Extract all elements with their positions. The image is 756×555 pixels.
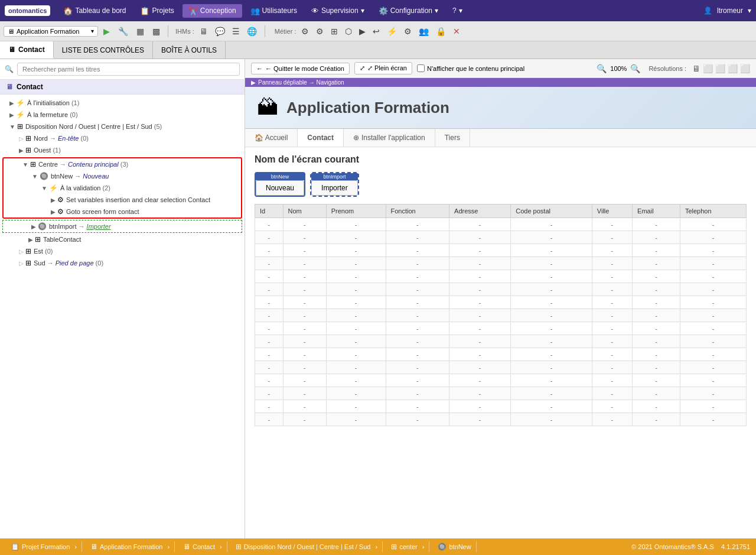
metier-icon6[interactable]: ↩ — [370, 25, 383, 38]
nav-configuration-label: Configuration — [390, 7, 432, 15]
wrench-button[interactable]: 🔧 — [115, 25, 131, 38]
tab-boite-label: BOÎTE À OUTILS — [161, 46, 217, 54]
search-input[interactable] — [17, 63, 240, 76]
tree-item-btnnew[interactable]: ▼ 🔘 btnNew → Nouveau — [4, 170, 241, 182]
tree-arrow-est[interactable]: ▷ — [19, 248, 24, 255]
table-cell: - — [680, 335, 746, 348]
content-only-checkbox-label[interactable]: N'afficher que le contenu principal — [417, 64, 524, 72]
screen-icon-btn[interactable]: 🖥 — [197, 25, 211, 38]
tree-item-init[interactable]: ▶ ⚡ À l'initialisation (1) — [0, 97, 245, 109]
metier-icon5[interactable]: ▶ — [356, 25, 369, 38]
table-cell: - — [326, 322, 386, 335]
fullscreen-button[interactable]: ⤢ ⤢ Plein écran — [354, 62, 412, 74]
tree-item-est[interactable]: ▷ ⊞ Est (0) — [0, 245, 245, 257]
tree-item-btnimport[interactable]: ▶ 🔘 btnImport → Importer — [2, 220, 242, 233]
content-only-checkbox[interactable] — [417, 64, 425, 72]
tree-item-centre[interactable]: ▼ ⊞ Centre → Contenu principal (3) — [4, 158, 241, 170]
table-cell: - — [680, 361, 746, 374]
table-cell: - — [386, 348, 449, 361]
nav-supervision[interactable]: 👁 Supervision ▾ — [305, 4, 370, 18]
metier-icon8[interactable]: ⚙ — [401, 25, 415, 38]
table-cell: - — [592, 322, 632, 335]
layout-icon-est: ⊞ — [25, 247, 31, 255]
menu-icon-btn[interactable]: ☰ — [229, 25, 243, 38]
table-cell: - — [511, 348, 592, 361]
table-cell: - — [680, 218, 746, 231]
metier-icon9[interactable]: 👥 — [416, 25, 432, 38]
toolbar-divider-2 — [265, 25, 265, 37]
nav-configuration[interactable]: ⚙️ Configuration ▾ — [373, 4, 444, 18]
tree-arrow-sud[interactable]: ▷ — [19, 260, 24, 267]
quit-creation-button[interactable]: ← ← Quitter le mode Création — [251, 63, 350, 74]
nav-contact-item[interactable]: Contact — [298, 129, 344, 147]
nav-installer-label: Installer l'application — [361, 134, 425, 142]
tree-arrow-nord[interactable]: ▷ — [19, 135, 24, 142]
nav-accueil[interactable]: 🏠 Accueil — [245, 129, 298, 147]
nav-tiers[interactable]: Tiers — [435, 129, 470, 147]
tree-arrow-gotoscreen[interactable]: ▶ — [51, 209, 56, 215]
tree-arrow-setvars[interactable]: ▶ — [51, 197, 56, 203]
chat-icon-btn[interactable]: 💬 — [212, 25, 228, 38]
search-row: 🔍 — [0, 59, 245, 80]
tree-arrow-centre[interactable]: ▼ — [22, 161, 28, 168]
tree-arrow-validation[interactable]: ▼ — [41, 185, 47, 192]
res-tablet-portrait-icon[interactable]: ⬜ — [715, 64, 725, 73]
res-desktop-icon[interactable]: 🖥 — [692, 64, 700, 73]
nav-tableau-de-bord[interactable]: 🏠 Tableau de bord — [57, 4, 132, 18]
metier-icon10[interactable]: 🔒 — [433, 25, 449, 38]
tree-arrow-init[interactable]: ▶ — [9, 100, 14, 106]
tree-arrow-btnimport[interactable]: ▶ — [31, 223, 36, 230]
close-button[interactable]: ✕ — [450, 25, 463, 38]
grid2-button[interactable]: ▩ — [149, 25, 163, 38]
play-button[interactable]: ▶ — [100, 25, 113, 38]
nav-conception[interactable]: ✂️ Conception — [183, 4, 242, 18]
grid1-button[interactable]: ▦ — [133, 25, 147, 38]
table-cell: - — [680, 270, 746, 283]
metier-icon4[interactable]: ⬡ — [342, 25, 355, 38]
tree-arrow-btnnew[interactable]: ▼ — [32, 173, 38, 180]
metier-icon2[interactable]: ⚙ — [313, 25, 327, 38]
tree-item-ouest[interactable]: ▶ ⊞ Ouest (1) — [0, 144, 245, 156]
res-phone-landscape-icon[interactable]: ⬜ — [728, 64, 738, 73]
res-tablet-landscape-icon[interactable]: ⬜ — [703, 64, 713, 73]
metier-icon3[interactable]: ⊞ — [328, 25, 341, 38]
app-selector[interactable]: 🖥 Application Formation ▾ — [4, 26, 98, 37]
tab-liste-controles[interactable]: LISTE DES CONTRÔLES — [54, 41, 153, 59]
tab-contact[interactable]: 🖥 Contact — [0, 41, 54, 59]
metier-icon1[interactable]: ⚙ — [298, 25, 312, 38]
tab-boite-outils[interactable]: BOÎTE À OUTILS — [153, 41, 226, 59]
nav-installer[interactable]: ⊕ Installer l'application — [344, 129, 435, 147]
tree-item-tablecontact[interactable]: ▶ ⊞ TableContact — [0, 233, 245, 245]
table-row: --------- — [255, 270, 747, 283]
metier-icon7[interactable]: ⚡ — [384, 25, 400, 38]
nav-help[interactable]: ? ▾ — [447, 4, 468, 17]
tree-item-sud[interactable]: ▷ ⊞ Sud → Pied de page (0) — [0, 257, 245, 269]
col-codepostal: Code postal — [511, 205, 592, 218]
btn-import-button[interactable]: Importer — [311, 180, 358, 196]
tree-item-disposition[interactable]: ▼ ⊞ Disposition Nord / Ouest | Centre | … — [0, 121, 245, 132]
tree-arrow-ouest[interactable]: ▶ — [19, 147, 24, 154]
zoom-out-button[interactable]: 🔍 — [597, 64, 607, 73]
nav-utilisateurs[interactable]: 👥 Utilisateurs — [245, 4, 303, 18]
nav-projets[interactable]: 📋 Projets — [134, 4, 180, 18]
table-cell: - — [326, 231, 386, 244]
tree-arrow-disposition[interactable]: ▼ — [9, 124, 15, 130]
fullscreen-label: ⤢ Plein écran — [367, 64, 407, 72]
tree-arrow-tablecontact[interactable]: ▶ — [28, 236, 33, 243]
tree-arrow-close[interactable]: ▶ — [9, 112, 14, 118]
btn-new-button[interactable]: Nouveau — [256, 180, 304, 196]
tab-contact-icon: 🖥 — [8, 46, 15, 54]
tree-item-nord[interactable]: ▷ ⊞ Nord → En-tête (0) — [0, 132, 245, 144]
tree-item-gotoscreen[interactable]: ▶ ⚙ Goto screen form contact — [4, 206, 241, 218]
table-cell: - — [449, 231, 511, 244]
config-dropdown-icon: ▾ — [435, 7, 438, 15]
logo[interactable]: ontomantics — [5, 5, 50, 16]
res-phone-portrait-icon[interactable]: ⬜ — [740, 64, 750, 73]
zoom-in-button[interactable]: 🔍 — [630, 64, 640, 73]
globe-icon-btn[interactable]: 🌐 — [244, 25, 260, 38]
tree-item-close[interactable]: ▶ ⚡ À la fermeture (0) — [0, 109, 245, 121]
tree-label-sud: Sud → Pied de page (0) — [34, 259, 103, 267]
table-cell: - — [449, 218, 511, 231]
tree-item-setvars[interactable]: ▶ ⚙ Set variables insertion and clear se… — [4, 194, 241, 206]
tree-item-validation[interactable]: ▼ ⚡ À la validation (2) — [4, 182, 241, 194]
